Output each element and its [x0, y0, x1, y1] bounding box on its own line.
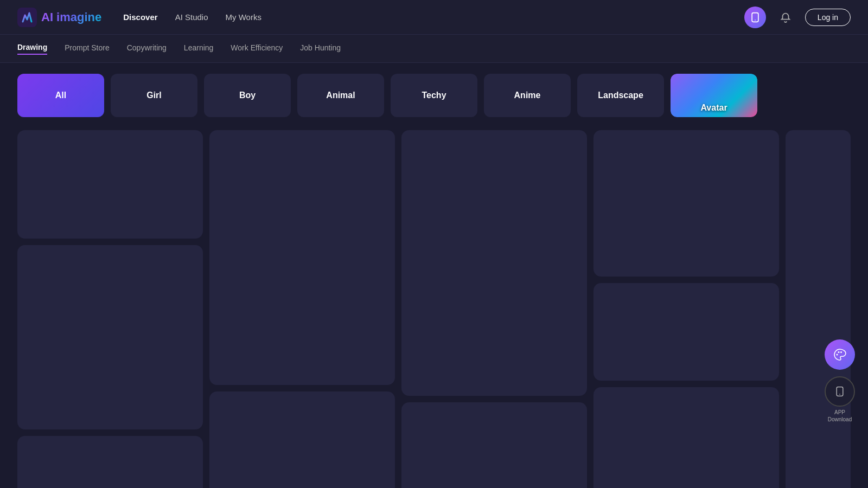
logo-icon [17, 8, 37, 27]
subnav-drawing[interactable]: Drawing [17, 43, 47, 55]
category-section: All Girl Boy Animal Techy Anime Landscap… [0, 63, 868, 126]
category-girl[interactable]: Girl [111, 74, 197, 117]
svg-point-5 [840, 351, 842, 353]
svg-point-4 [838, 351, 840, 353]
download-icon [834, 386, 845, 397]
nav-my-works[interactable]: My Works [226, 12, 261, 22]
app-download-container[interactable]: APP Download [825, 376, 855, 423]
category-boy[interactable]: Boy [204, 74, 291, 117]
grid-card-3-2[interactable] [401, 402, 587, 488]
grid-col-2 [209, 130, 395, 488]
bell-icon [780, 11, 792, 23]
grid-card-1-1[interactable] [17, 130, 203, 239]
app-download-button[interactable] [825, 376, 855, 407]
header-right: Log in [744, 7, 851, 28]
main-nav: Discover AI Studio My Works [123, 12, 261, 22]
grid-col-3 [401, 130, 587, 488]
category-all[interactable]: All [17, 74, 104, 117]
category-avatar[interactable]: Avatar [671, 74, 757, 117]
subnav-prompt-store[interactable]: Prompt Store [65, 43, 109, 54]
subnav-job-hunting[interactable]: Job Hunting [300, 43, 341, 54]
grid-card-4-2[interactable] [593, 283, 779, 381]
grid-card-5-1[interactable] [786, 130, 851, 488]
paint-icon [833, 348, 846, 361]
app-download-label: APP Download [828, 409, 852, 423]
paint-fab-button[interactable] [825, 339, 855, 370]
grid-card-3-1[interactable] [401, 130, 587, 396]
grid-card-1-2[interactable] [17, 245, 203, 429]
floating-buttons: APP Download [825, 339, 855, 423]
svg-point-2 [755, 20, 756, 21]
avatar-card-label: Avatar [671, 103, 757, 113]
logo-text: AI imagine [41, 10, 101, 24]
smartphone-icon [750, 12, 761, 23]
subnav-copywriting[interactable]: Copywriting [127, 43, 167, 54]
nav-ai-studio[interactable]: AI Studio [175, 12, 208, 22]
nav-discover[interactable]: Discover [123, 12, 157, 22]
grid-card-2-1[interactable] [209, 130, 395, 385]
category-anime[interactable]: Anime [484, 74, 571, 117]
grid-card-2-2[interactable] [209, 391, 395, 488]
notification-button[interactable] [775, 7, 796, 28]
sub-nav: Drawing Prompt Store Copywriting Learnin… [0, 35, 868, 63]
mobile-app-button[interactable] [744, 7, 766, 28]
grid-col-5 [786, 130, 851, 488]
logo[interactable]: AI imagine [17, 8, 101, 27]
subnav-work-efficiency[interactable]: Work Efficiency [231, 43, 283, 54]
main-header: AI imagine Discover AI Studio My Works L… [0, 0, 868, 35]
category-techy[interactable]: Techy [391, 74, 477, 117]
grid-card-4-3[interactable] [593, 387, 779, 488]
grid-col-4 [593, 130, 779, 488]
grid-card-1-3[interactable] [17, 436, 203, 488]
svg-point-7 [839, 394, 840, 395]
grid-col-1 [17, 130, 203, 488]
svg-point-3 [837, 354, 838, 356]
grid-card-4-1[interactable] [593, 130, 779, 277]
content-grid [0, 126, 868, 488]
category-animal[interactable]: Animal [297, 74, 384, 117]
subnav-learning[interactable]: Learning [184, 43, 214, 54]
category-landscape[interactable]: Landscape [577, 74, 664, 117]
login-button[interactable]: Log in [805, 9, 851, 26]
svg-rect-1 [752, 12, 758, 22]
